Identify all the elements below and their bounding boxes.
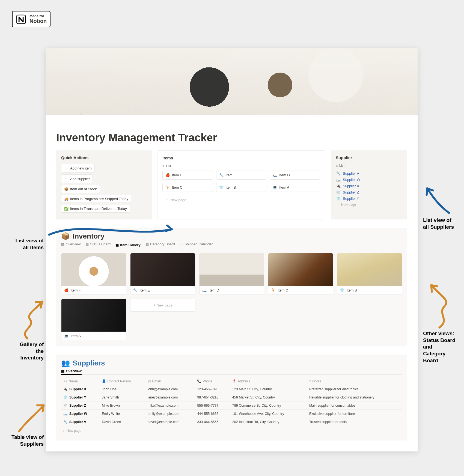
gallery-label: Item D	[209, 288, 219, 292]
item-chip-item-d[interactable]: 🛏️Item D	[270, 171, 320, 180]
qa-label: Add supplier	[70, 177, 90, 181]
plus-icon: ＋	[336, 203, 340, 207]
cell-contact: Jane Smith	[100, 393, 145, 401]
suppliers-icon: 👥	[61, 359, 70, 367]
cell-phone: 333-444-5555	[195, 418, 230, 426]
supplier-label: Supplier Y	[343, 197, 359, 201]
cell-address: 789 Commerce St, City, Country	[230, 401, 307, 410]
gallery-card-item-c[interactable]: 🍹Item C	[268, 253, 333, 295]
qa-label: Item out of Stock	[70, 187, 97, 191]
supplier-view-header[interactable]: ≡ List	[336, 164, 402, 168]
cell-name: Supplier Z	[69, 404, 86, 407]
quick-actions-panel: Quick Actions ＋Add new item＋Add supplier…	[56, 150, 152, 219]
col-phone[interactable]: 📞Phone	[195, 377, 230, 385]
cell-notes: Main supplier for consumables	[307, 401, 402, 410]
supplier-title: Supplier	[336, 155, 402, 160]
tab-icon: ▭	[180, 242, 183, 246]
tab-overview[interactable]: ▦ Overview	[61, 369, 82, 375]
annotation-other-views: Other views:Status BoardandCategoryBoard	[423, 330, 464, 364]
quick-action-0[interactable]: ＋Add new item	[61, 164, 95, 172]
table-row[interactable]: 👕Supplier Y Jane Smith jane@example.com …	[61, 393, 402, 401]
items-view-header[interactable]: ≡ List	[162, 164, 320, 168]
supplier-link-supplier-x[interactable]: 🔌Supplier X	[336, 183, 402, 189]
item-icon: 🍹	[165, 185, 170, 189]
qa-icon: ✅	[64, 207, 68, 211]
table-row[interactable]: 🔧Supplier V David Green david@example.co…	[61, 418, 402, 426]
supplier-label: Supplier V	[343, 171, 359, 175]
annotation-gallery: Gallery oftheInventory	[8, 341, 44, 361]
gallery-card-item-d[interactable]: 🛏️Item D	[199, 253, 264, 295]
cell-email: john@example.com	[145, 385, 195, 393]
tab-label: Item Gallery	[120, 243, 140, 247]
item-label: Item A	[279, 185, 289, 189]
item-chip-item-b[interactable]: 👕Item B	[216, 183, 267, 192]
gallery-label: Item C	[278, 288, 288, 292]
gallery-label: Item A	[71, 334, 81, 338]
item-icon: 🍎	[165, 173, 170, 177]
col-contact[interactable]: 👤Contact Person	[100, 377, 145, 385]
cell-email: jane@example.com	[145, 393, 195, 401]
supplier-link-supplier-v[interactable]: 🔧Supplier V	[336, 170, 402, 177]
suppliers-table: AaName 👤Contact Person @Email 📞Phone 📍Ad…	[61, 377, 402, 426]
quick-action-3[interactable]: 🚚Items in Progress are Shipped Today	[61, 195, 131, 203]
quick-action-1[interactable]: ＋Add supplier	[61, 174, 93, 183]
cell-address: 101 Warehouse Ave, City, Country	[230, 410, 307, 418]
supplier-icon: 🔧	[336, 171, 341, 175]
cell-phone: 987-654-3210	[195, 393, 230, 401]
gallery-icon: 🛏️	[202, 288, 207, 292]
tab-shipped-calendar[interactable]: ▭Shipped Calendar	[180, 242, 213, 247]
supplier-icon: 👕	[336, 197, 341, 201]
supplier-new-page[interactable]: ＋New page	[336, 202, 402, 209]
cell-address: 456 Market St, City, Country	[230, 393, 307, 401]
tab-label: Shipped Calendar	[185, 242, 213, 246]
tab-category-board[interactable]: ▥Category Board	[145, 242, 175, 247]
cell-notes: Reliable supplier for clothing and stati…	[307, 393, 402, 401]
supplier-link-supplier-y[interactable]: 👕Supplier Y	[336, 195, 402, 202]
arrow-table	[11, 401, 46, 434]
gallery-card-item-f[interactable]: 🍎Item F	[61, 253, 126, 295]
gallery-label: Item E	[140, 288, 150, 292]
row-icon: 👕	[63, 395, 68, 399]
badge-line2: Notion	[29, 18, 47, 24]
overview-icon: ▦	[61, 369, 64, 373]
inventory-section: 📦 Inventory ▦Overview▥Status Board▦Item …	[56, 228, 407, 346]
tab-overview[interactable]: ▦Overview	[61, 242, 81, 247]
notion-page-card: ⇄ Inventory Management Tracker Quick Act…	[46, 48, 418, 451]
item-chip-item-c[interactable]: 🍹Item C	[162, 183, 213, 192]
qa-label: Items in Progress are Shipped Today	[70, 197, 128, 201]
items-title: Items	[162, 156, 320, 160]
item-chip-item-f[interactable]: 🍎Item F	[162, 171, 213, 180]
quick-action-4[interactable]: ✅Items In Transit are Delivered Today	[61, 205, 130, 213]
quick-action-2[interactable]: 📦Item out of Stock	[61, 185, 100, 193]
gallery-icon: 🍎	[64, 288, 69, 292]
table-row[interactable]: 🔌Supplier X John Doe john@example.com 12…	[61, 385, 402, 393]
suppliers-new-page[interactable]: ＋ New page	[61, 428, 402, 435]
gallery-card-item-e[interactable]: 🔧Item E	[130, 253, 195, 295]
arrow-other-views	[423, 281, 459, 330]
table-row[interactable]: 🛏️Supplier W Emily White emily@example.c…	[61, 410, 402, 418]
table-row[interactable]: 🛒Supplier Z Mike Brown mike@example.com …	[61, 401, 402, 410]
supplier-link-supplier-w[interactable]: 🛏️Supplier W	[336, 177, 402, 183]
col-address[interactable]: 📍Address	[230, 377, 307, 385]
quick-actions-title: Quick Actions	[61, 155, 147, 160]
items-new-page[interactable]: ＋New page	[162, 195, 213, 204]
gallery-icon: 🍹	[271, 288, 275, 292]
tab-status-board[interactable]: ▥Status Board	[85, 242, 111, 247]
item-chip-item-a[interactable]: 💻Item A	[270, 183, 320, 192]
supplier-panel: Supplier ≡ List 🔧Supplier V🛏️Supplier W🔌…	[331, 150, 407, 219]
supplier-link-supplier-z[interactable]: 🛒Supplier Z	[336, 189, 402, 195]
gallery-image	[130, 253, 195, 286]
tab-icon: ▥	[85, 242, 89, 246]
col-name[interactable]: AaName	[61, 377, 100, 385]
tab-icon: ▦	[115, 243, 119, 247]
cell-phone: 123-456-7890	[195, 385, 230, 393]
gallery-new-page[interactable]: ＋ New page	[130, 299, 195, 312]
inventory-icon: 📦	[61, 232, 70, 240]
gallery-card-item-b[interactable]: 👕Item B	[337, 253, 402, 295]
col-email[interactable]: @Email	[145, 377, 195, 385]
tab-item-gallery[interactable]: ▦Item Gallery	[115, 242, 140, 249]
item-chip-item-e[interactable]: 🔧Item E	[216, 171, 267, 180]
gallery-card-item-a[interactable]: 💻Item A	[61, 299, 126, 340]
cell-email: emily@example.com	[145, 410, 195, 418]
col-notes[interactable]: ≡Notes	[307, 377, 402, 385]
